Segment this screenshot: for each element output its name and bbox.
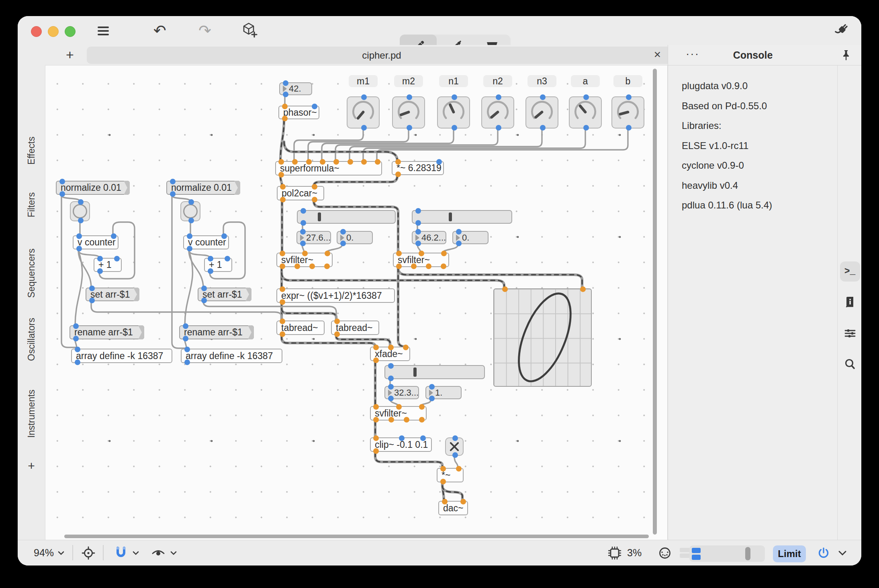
redo-button[interactable]: ↷ <box>195 21 215 40</box>
outlet[interactable] <box>278 172 284 178</box>
outlet[interactable] <box>89 298 95 303</box>
object-array-2[interactable]: array define -k 16387 <box>181 349 282 363</box>
number-cutoff-2[interactable]: 46.2... <box>412 231 446 244</box>
outlet[interactable] <box>440 479 446 484</box>
inlet[interactable] <box>419 404 425 410</box>
new-tab-button[interactable]: + <box>62 46 78 63</box>
outlet[interactable] <box>183 336 188 341</box>
inlet[interactable] <box>396 251 402 256</box>
message-set-2[interactable]: set arr-$1 <box>198 288 251 301</box>
outlet[interactable] <box>388 417 394 423</box>
expand-audio-settings-button[interactable] <box>837 540 848 566</box>
volume-slider-thumb[interactable] <box>745 547 750 560</box>
outlet[interactable] <box>59 191 65 197</box>
patch-canvas[interactable]: 42.phasor~m1m2n1n2n3ab superformula~*~ 6… <box>45 65 668 540</box>
outlet[interactable] <box>583 125 589 131</box>
inlet[interactable] <box>388 345 394 350</box>
knob-m1[interactable] <box>347 96 380 129</box>
inlet[interactable] <box>280 251 285 256</box>
inlet[interactable] <box>225 256 230 261</box>
inlet[interactable] <box>375 159 380 165</box>
inlet[interactable] <box>292 159 298 165</box>
number-cutoff-1[interactable]: 27.6... <box>296 231 331 244</box>
inlet[interactable] <box>278 159 284 165</box>
inlet[interactable] <box>460 499 466 504</box>
inlet[interactable] <box>436 159 442 165</box>
bang-1[interactable] <box>70 201 90 221</box>
documentation-button[interactable] <box>840 292 860 312</box>
outlet[interactable] <box>361 125 367 131</box>
inlet[interactable] <box>440 466 446 472</box>
inlet[interactable] <box>283 80 288 86</box>
inlet[interactable] <box>429 384 435 390</box>
outlet[interactable] <box>456 241 462 246</box>
outlet[interactable] <box>170 191 176 197</box>
volume-slider[interactable] <box>689 545 765 562</box>
inlet[interactable] <box>280 318 285 324</box>
inlet[interactable] <box>282 104 288 109</box>
snap-settings-button[interactable] <box>113 540 140 566</box>
inlet[interactable] <box>184 347 190 352</box>
inlet[interactable] <box>373 435 379 441</box>
undo-button[interactable]: ↶ <box>150 21 170 40</box>
object-superformula[interactable]: superformula~ <box>275 161 382 176</box>
message-set-1[interactable]: set arr-$1 <box>86 288 139 301</box>
object-counter-2[interactable]: v counter <box>183 235 229 249</box>
inlet[interactable] <box>73 323 79 329</box>
inlet[interactable] <box>452 94 457 100</box>
oscilloscope[interactable] <box>493 288 592 387</box>
inlet[interactable] <box>201 286 207 291</box>
outlet[interactable] <box>334 331 340 337</box>
palette-item-effects[interactable]: Effects <box>26 137 37 165</box>
console-log[interactable]: plugdata v0.9.0 Based on Pd-0.55.0 Libra… <box>668 65 838 540</box>
inlet[interactable] <box>97 256 103 261</box>
inlet[interactable] <box>396 404 402 410</box>
outlet[interactable] <box>73 336 79 341</box>
tab-cipher[interactable]: cipher.pd ✕ <box>87 47 677 64</box>
object-expr[interactable]: expr~ (($v1+1)/2)*16387 <box>276 288 395 303</box>
inlet[interactable] <box>540 94 546 100</box>
number-42[interactable]: 42. <box>279 82 312 95</box>
outlet[interactable] <box>626 125 632 131</box>
inlet[interactable] <box>280 286 285 292</box>
outlet[interactable] <box>283 92 288 97</box>
outlet[interactable] <box>280 331 285 337</box>
inlet[interactable] <box>312 104 317 109</box>
inlet[interactable] <box>306 159 312 165</box>
inlet[interactable] <box>496 94 501 100</box>
object-counter-1[interactable]: v counter <box>73 235 119 249</box>
outlet[interactable] <box>324 263 330 269</box>
parameters-button[interactable] <box>840 323 860 343</box>
outlet[interactable] <box>395 172 401 177</box>
outlet[interactable] <box>184 359 190 365</box>
palette-add-button[interactable]: + <box>28 459 35 473</box>
tab-close-icon[interactable]: ✕ <box>654 49 661 60</box>
inlet[interactable] <box>334 318 340 324</box>
inlet[interactable] <box>415 208 421 214</box>
inlet[interactable] <box>502 286 508 292</box>
inlet[interactable] <box>373 345 379 350</box>
compiled-mode-button[interactable] <box>832 21 852 40</box>
midi-indicator[interactable] <box>656 540 690 566</box>
traffic-close-button[interactable] <box>31 26 42 37</box>
palette-item-oscillators[interactable]: Oscillators <box>26 318 37 361</box>
number-q-3[interactable]: 1. <box>425 386 462 399</box>
inlet[interactable] <box>302 251 308 256</box>
pin-icon[interactable] <box>839 48 853 63</box>
outlet[interactable] <box>426 263 431 269</box>
search-button[interactable] <box>840 354 860 374</box>
message-normalize-2[interactable]: normalize 0.01 <box>166 181 240 195</box>
outlet[interactable] <box>78 218 84 223</box>
palette-item-instruments[interactable]: Instruments <box>26 390 37 438</box>
outlet[interactable] <box>452 452 458 458</box>
inlet[interactable] <box>348 159 353 165</box>
object-svfilter-1[interactable]: svfilter~ <box>276 253 333 267</box>
knob-a[interactable] <box>569 96 602 129</box>
object-xfade[interactable]: xfade~ <box>370 347 410 361</box>
inlet[interactable] <box>89 286 95 291</box>
inlet[interactable] <box>320 159 325 165</box>
outlet[interactable] <box>280 263 285 269</box>
inlet[interactable] <box>300 229 306 235</box>
knob-m2[interactable] <box>392 96 425 129</box>
object-array-1[interactable]: array define -k 16387 <box>71 349 172 363</box>
